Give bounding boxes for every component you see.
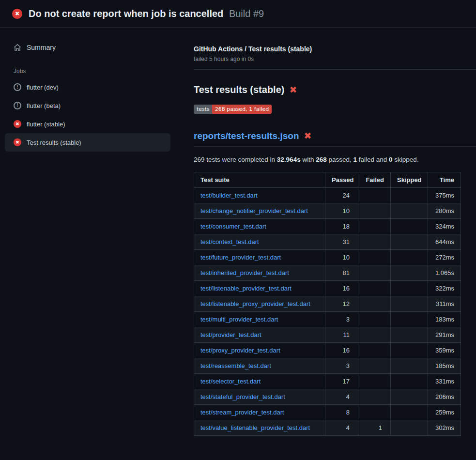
jobs-list: ! flutter (dev) ! flutter (beta) ✖ flutt… bbox=[5, 78, 170, 152]
failed-cell bbox=[358, 219, 391, 234]
test-suite-link[interactable]: test/multi_provider_test.dart bbox=[200, 316, 278, 323]
sidebar-item-summary[interactable]: Summary bbox=[5, 40, 170, 55]
passed-cell: 17 bbox=[325, 374, 358, 389]
test-table-body: test/builder_test.dart 24 375ms test/cha… bbox=[194, 188, 461, 436]
table-row: test/consumer_test.dart 18 324ms bbox=[194, 219, 461, 234]
passed-cell: 10 bbox=[325, 250, 358, 265]
passed-cell: 11 bbox=[325, 327, 358, 343]
sidebar-summary-label: Summary bbox=[27, 44, 56, 51]
passed-count: 16 bbox=[343, 347, 350, 354]
test-suite-link[interactable]: test/stateful_provider_test.dart bbox=[200, 393, 285, 400]
passed-count: 3 bbox=[346, 362, 350, 369]
failed-cross-icon: ✖ bbox=[304, 130, 312, 141]
time-value: 185ms bbox=[428, 358, 461, 374]
test-suite-link[interactable]: test/builder_test.dart bbox=[200, 192, 258, 199]
passed-count: 11 bbox=[343, 331, 350, 338]
column-header-failed: Failed bbox=[358, 172, 391, 188]
table-row: test/stateful_provider_test.dart 4 206ms bbox=[194, 389, 461, 405]
table-row: test/change_notifier_provider_test.dart … bbox=[194, 203, 461, 219]
time-value: 302ms bbox=[428, 420, 461, 436]
build-number: Build #9 bbox=[229, 8, 264, 19]
summary-text: failed and bbox=[357, 156, 389, 163]
time-value: 375ms bbox=[428, 188, 461, 203]
skipped-cell bbox=[391, 312, 428, 327]
failed-cell bbox=[358, 203, 391, 219]
summary-line: 269 tests were completed in 32.964s with… bbox=[194, 156, 476, 163]
test-suite-link[interactable]: test/selector_test.dart bbox=[200, 378, 261, 385]
table-row: test/value_listenable_provider_test.dart… bbox=[194, 420, 461, 436]
passed-count: 81 bbox=[343, 269, 350, 276]
summary-text: skipped. bbox=[393, 156, 419, 163]
sidebar-job-label: flutter (beta) bbox=[27, 102, 61, 109]
table-row: test/provider_test.dart 11 291ms bbox=[194, 327, 461, 343]
test-suite-link[interactable]: test/proxy_provider_test.dart bbox=[200, 347, 280, 354]
time-value: 311ms bbox=[428, 296, 461, 312]
time-value: 280ms bbox=[428, 203, 461, 219]
passed-count: 31 bbox=[343, 238, 350, 245]
time-value: 644ms bbox=[428, 234, 461, 250]
test-suite-link[interactable]: test/context_test.dart bbox=[200, 238, 259, 245]
summary-skipped-count: 0 bbox=[389, 156, 393, 163]
test-suite-link[interactable]: test/stream_provider_test.dart bbox=[200, 409, 284, 416]
table-row: test/builder_test.dart 24 375ms bbox=[194, 188, 461, 203]
skipped-cell bbox=[391, 327, 428, 343]
failed-cell bbox=[358, 374, 391, 389]
skipped-cell bbox=[391, 219, 428, 234]
run-meta: failed 5 hours ago in 0s bbox=[194, 56, 476, 62]
failed-cell bbox=[358, 312, 391, 327]
table-header-row: Test suite Passed Failed Skipped Time bbox=[194, 172, 461, 188]
tests-status-badge: tests 268 passed, 1 failed bbox=[194, 105, 272, 114]
passed-cell: 3 bbox=[325, 358, 358, 374]
test-suite-link[interactable]: test/provider_test.dart bbox=[200, 331, 261, 338]
passed-cell: 10 bbox=[325, 203, 358, 219]
table-row: test/listenable_proxy_provider_test.dart… bbox=[194, 296, 461, 312]
passed-count: 10 bbox=[343, 207, 350, 215]
report-heading-link[interactable]: reports/test-results.json ✖ bbox=[194, 130, 476, 147]
sidebar-job-item[interactable]: ! flutter (beta) bbox=[5, 96, 170, 115]
passed-count: 17 bbox=[343, 378, 350, 385]
failed-cell bbox=[358, 296, 391, 312]
test-suite-link[interactable]: test/change_notifier_provider_test.dart bbox=[200, 207, 308, 215]
skipped-cell bbox=[391, 358, 428, 374]
test-results-table: Test suite Passed Failed Skipped Time te… bbox=[194, 172, 461, 436]
test-suite-link[interactable]: test/inherited_provider_test.dart bbox=[200, 269, 289, 276]
passed-count: 4 bbox=[346, 393, 350, 400]
test-suite-link[interactable]: test/listenable_proxy_provider_test.dart bbox=[200, 300, 310, 307]
skipped-cell bbox=[391, 296, 428, 312]
sidebar-job-item[interactable]: ! flutter (dev) bbox=[5, 78, 170, 96]
column-header-test-suite: Test suite bbox=[194, 172, 325, 188]
table-row: test/proxy_provider_test.dart 16 359ms bbox=[194, 343, 461, 358]
column-header-passed: Passed bbox=[325, 172, 358, 188]
sidebar-job-item[interactable]: ✖ Test results (stable) bbox=[5, 133, 170, 152]
summary-text: with bbox=[301, 156, 316, 163]
test-suite-link[interactable]: test/value_listenable_provider_test.dart bbox=[200, 424, 310, 431]
time-value: 183ms bbox=[428, 312, 461, 327]
test-suite-link[interactable]: test/future_provider_test.dart bbox=[200, 254, 281, 261]
failed-cell bbox=[358, 281, 391, 296]
summary-passed-count: 268 bbox=[316, 156, 327, 163]
jobs-heading: Jobs bbox=[5, 68, 170, 75]
table-row: test/reassemble_test.dart 3 185ms bbox=[194, 358, 461, 374]
failed-cell bbox=[358, 265, 391, 281]
passed-cell: 18 bbox=[325, 219, 358, 234]
passed-count: 24 bbox=[343, 192, 350, 199]
failed-status-icon: ✖ bbox=[14, 138, 21, 146]
test-suite-link[interactable]: test/reassemble_test.dart bbox=[200, 362, 271, 369]
skipped-cell bbox=[391, 405, 428, 420]
passed-count: 3 bbox=[346, 316, 350, 323]
test-suite-link[interactable]: test/listenable_provider_test.dart bbox=[200, 285, 292, 292]
divider bbox=[194, 69, 476, 70]
passed-cell: 81 bbox=[325, 265, 358, 281]
failed-cell bbox=[358, 188, 391, 203]
test-suite-link[interactable]: test/consumer_test.dart bbox=[200, 223, 266, 230]
passed-count: 10 bbox=[343, 254, 350, 261]
run-title: Do not create report when job is cancell… bbox=[29, 8, 223, 19]
failed-status-icon: ✖ bbox=[14, 120, 21, 128]
neutral-status-icon: ! bbox=[14, 102, 21, 109]
sidebar-job-item[interactable]: ✖ flutter (stable) bbox=[5, 115, 170, 133]
badge-label: tests bbox=[194, 105, 212, 114]
skipped-cell bbox=[391, 343, 428, 358]
skipped-cell bbox=[391, 203, 428, 219]
time-value: 331ms bbox=[428, 374, 461, 389]
skipped-cell bbox=[391, 234, 428, 250]
